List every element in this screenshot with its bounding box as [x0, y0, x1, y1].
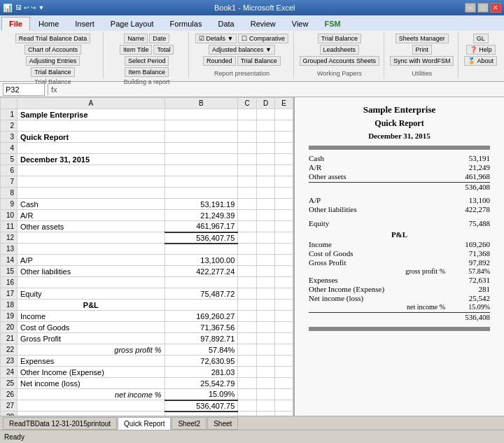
cell-b7[interactable] [164, 176, 238, 188]
cell-e24[interactable] [275, 367, 293, 378]
sheet-tab-quickreport[interactable]: Quick Report [118, 417, 171, 430]
cell-d13[interactable] [256, 244, 275, 255]
cell-c25[interactable] [238, 378, 257, 389]
tab-page-layout[interactable]: Page Layout [103, 17, 162, 31]
cell-b14[interactable]: 13,100.00 [164, 255, 238, 266]
details-button[interactable]: ☑ Details ▼ [195, 34, 237, 43]
cell-d20[interactable] [256, 322, 275, 333]
cell-c13[interactable] [238, 244, 257, 255]
cell-d14[interactable] [256, 255, 275, 266]
cell-b27[interactable]: 536,407.75 [164, 400, 238, 412]
cell-d7[interactable] [256, 176, 275, 188]
cell-b6[interactable] [164, 165, 238, 176]
cell-b28[interactable] [164, 412, 238, 416]
col-header-c[interactable]: C [238, 98, 257, 109]
cell-c7[interactable] [238, 176, 257, 188]
cell-a7[interactable] [18, 176, 165, 188]
spreadsheet[interactable]: A B C D E 1 Sample Enterprise [0, 97, 294, 416]
cell-e21[interactable] [275, 333, 293, 344]
col-header-e[interactable]: E [275, 98, 293, 109]
cell-c11[interactable] [238, 221, 257, 232]
cell-a20[interactable]: Cost of Goods [18, 322, 165, 333]
cell-b18[interactable] [164, 300, 238, 311]
cell-b1[interactable] [164, 109, 238, 120]
cell-b11[interactable]: 461,967.17 [164, 221, 238, 232]
trial-balance-rpt-button[interactable]: Trial Balance [237, 56, 281, 66]
cell-c4[interactable] [238, 143, 257, 154]
cell-a21[interactable]: Gross Profit [18, 333, 165, 344]
cell-e17[interactable] [275, 288, 293, 300]
cell-c17[interactable] [238, 288, 257, 300]
cell-a23[interactable]: Expenses [18, 356, 165, 367]
cell-a4[interactable] [18, 143, 165, 154]
cell-b9[interactable]: 53,191.19 [164, 199, 238, 210]
cell-a17[interactable]: Equity [18, 288, 165, 300]
cell-b23[interactable]: 72,630.95 [164, 356, 238, 367]
cell-c14[interactable] [238, 255, 257, 266]
chart-of-accounts-button[interactable]: Chart of Accounts [24, 45, 81, 55]
cell-d21[interactable] [256, 333, 275, 344]
cell-a18[interactable]: P&L [18, 300, 165, 311]
cell-d26[interactable] [256, 389, 275, 400]
tab-insert[interactable]: Insert [67, 17, 102, 31]
cell-a3[interactable]: Quick Report [18, 132, 165, 143]
cell-d25[interactable] [256, 378, 275, 389]
cell-e25[interactable] [275, 378, 293, 389]
cell-e19[interactable] [275, 311, 293, 322]
cell-b13[interactable] [164, 244, 238, 255]
cell-e28[interactable] [275, 412, 293, 416]
title-bar-controls[interactable]: ─ □ ✕ [465, 3, 501, 13]
cell-a11[interactable]: Other assets [18, 221, 165, 232]
cell-c2[interactable] [238, 120, 257, 132]
cell-e3[interactable] [275, 132, 293, 143]
tab-review[interactable]: Review [243, 17, 284, 31]
close-button[interactable]: ✕ [490, 3, 501, 13]
cell-b19[interactable]: 169,260.27 [164, 311, 238, 322]
cell-d9[interactable] [256, 199, 275, 210]
print-button[interactable]: Print [412, 45, 433, 55]
cell-a5[interactable]: December 31, 2015 [18, 154, 165, 165]
cell-b17[interactable]: 75,487.72 [164, 288, 238, 300]
cell-e12[interactable] [275, 232, 293, 244]
trial-balance-wp-button[interactable]: Trial Balance [318, 34, 361, 43]
maximize-button[interactable]: □ [477, 3, 489, 13]
item-title-button[interactable]: Item Title [120, 45, 153, 55]
cell-a16[interactable] [18, 277, 165, 288]
cell-b26[interactable]: 15.09% [164, 389, 238, 400]
cell-e27[interactable] [275, 400, 293, 412]
cell-e13[interactable] [275, 244, 293, 255]
cell-d11[interactable] [256, 221, 275, 232]
cell-b21[interactable]: 97,892.71 [164, 333, 238, 344]
cell-b12[interactable]: 536,407.75 [164, 232, 238, 244]
cell-d6[interactable] [256, 165, 275, 176]
cell-d24[interactable] [256, 367, 275, 378]
cell-b25[interactable]: 25,542.79 [164, 378, 238, 389]
cell-a14[interactable]: A/P [18, 255, 165, 266]
cell-a28[interactable] [18, 412, 165, 416]
cell-a13[interactable] [18, 244, 165, 255]
cell-b3[interactable] [164, 132, 238, 143]
date-button[interactable]: Date [149, 34, 169, 43]
cell-d2[interactable] [256, 120, 275, 132]
sync-wordfsm-button[interactable]: Sync with WordFSM [390, 56, 454, 66]
cell-c10[interactable] [238, 210, 257, 221]
cell-e15[interactable] [275, 266, 293, 277]
cell-a27[interactable] [18, 400, 165, 412]
cell-c19[interactable] [238, 311, 257, 322]
cell-c9[interactable] [238, 199, 257, 210]
cell-a9[interactable]: Cash [18, 199, 165, 210]
cell-a25[interactable]: Net income (loss) [18, 378, 165, 389]
formula-input[interactable] [60, 85, 501, 94]
cell-d28[interactable] [256, 412, 275, 416]
cell-e2[interactable] [275, 120, 293, 132]
cell-e22[interactable] [275, 344, 293, 356]
sheet-tab-readtbdata[interactable]: ReadTBData 12-31-2015printout [3, 417, 117, 430]
cell-c23[interactable] [238, 356, 257, 367]
cell-c1[interactable] [238, 109, 257, 120]
about-button[interactable]: 🏅 About [464, 56, 497, 66]
cell-a24[interactable]: Other Income (Expense) [18, 367, 165, 378]
cell-e16[interactable] [275, 277, 293, 288]
cell-a26[interactable]: net income % [18, 389, 165, 400]
cell-e10[interactable] [275, 210, 293, 221]
cell-b10[interactable]: 21,249.39 [164, 210, 238, 221]
